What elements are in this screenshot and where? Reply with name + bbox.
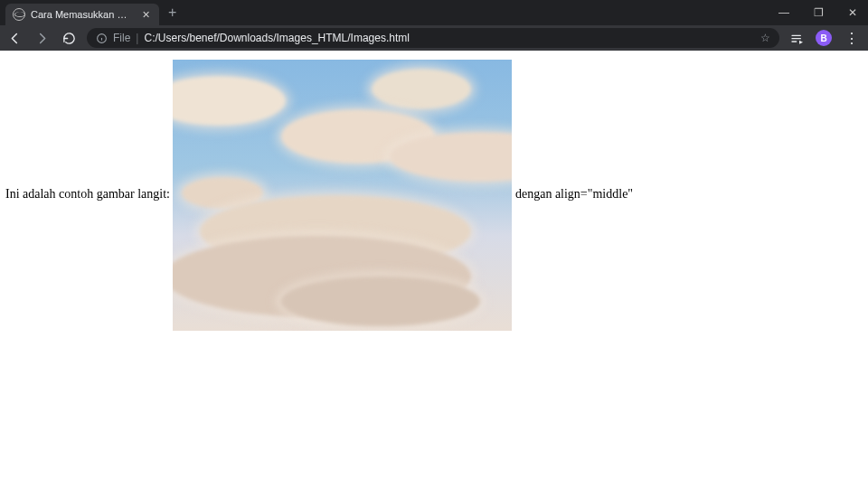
maximize-button[interactable]: ❐ — [808, 6, 828, 19]
minimize-button[interactable]: — — [774, 6, 794, 19]
tab-title: Cara Memasukkan Gambar di HT — [31, 9, 134, 20]
address-bar-actions: ☆ — [760, 32, 770, 44]
browser-toolbar: File | C:/Users/benef/Downloads/Images_H… — [0, 25, 868, 51]
forward-button[interactable] — [33, 32, 51, 45]
address-separator: | — [136, 32, 138, 44]
new-tab-button[interactable]: + — [159, 0, 185, 25]
site-info-icon[interactable] — [96, 33, 108, 44]
back-button[interactable] — [5, 32, 24, 45]
close-window-button[interactable]: ✕ — [843, 6, 863, 19]
tab-close-button[interactable]: ✕ — [139, 9, 152, 21]
address-scheme-label: File — [113, 32, 130, 44]
browser-titlebar: Cara Memasukkan Gambar di HT ✕ + — ❐ ✕ — [0, 0, 868, 25]
text-before-image: Ini adalah contoh gambar langit: — [5, 187, 173, 201]
address-url: C:/Users/benef/Downloads/Images_HTML/Ima… — [144, 32, 409, 44]
toolbar-right: B ⋮ — [788, 30, 863, 47]
tab-strip: Cara Memasukkan Gambar di HT ✕ + — [0, 0, 185, 25]
browser-tab[interactable]: Cara Memasukkan Gambar di HT ✕ — [5, 4, 159, 25]
text-after-image: dengan align="middle" — [512, 187, 633, 201]
globe-icon — [13, 8, 25, 21]
media-control-icon[interactable] — [788, 31, 807, 45]
profile-avatar[interactable]: B — [816, 30, 832, 46]
page-content: Ini adalah contoh gambar langit: dengan … — [0, 51, 868, 340]
bookmark-star-icon[interactable]: ☆ — [760, 32, 770, 44]
sky-image — [173, 60, 512, 331]
paragraph: Ini adalah contoh gambar langit: dengan … — [5, 60, 863, 331]
browser-menu-button[interactable]: ⋮ — [841, 30, 863, 47]
reload-button[interactable] — [60, 32, 78, 45]
address-bar[interactable]: File | C:/Users/benef/Downloads/Images_H… — [87, 28, 779, 48]
window-controls: — ❐ ✕ — [774, 0, 868, 25]
